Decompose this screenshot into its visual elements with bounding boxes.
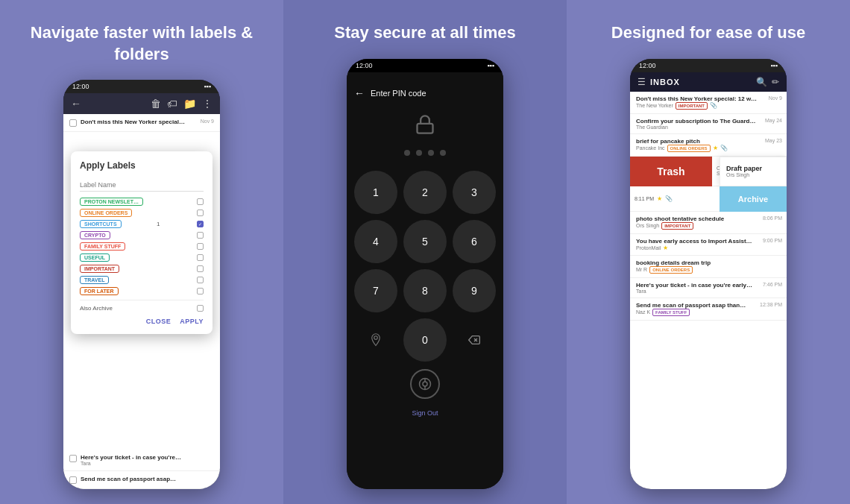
sign-out-label[interactable]: Sign Out xyxy=(412,409,438,417)
email-item-bottom-1[interactable]: Here's your ticket - in case you're… Tar… xyxy=(63,450,220,471)
inbox-from-5: ProtonMail ★ xyxy=(636,245,781,251)
edit-icon[interactable]: ✏ xyxy=(772,77,779,87)
label-checkbox[interactable] xyxy=(197,277,204,283)
delete-icon[interactable]: 🗑 xyxy=(151,98,161,110)
panel-2-title: Stay secure at all times xyxy=(334,22,515,44)
status-icons-2: ▪▪▪ xyxy=(487,62,494,69)
pin-key-7[interactable]: 7 xyxy=(354,269,397,312)
swipe-archive-content: 8:11 PM ★ 📎 xyxy=(630,186,720,212)
label-checkbox[interactable] xyxy=(197,243,204,250)
label-checkbox[interactable] xyxy=(197,210,204,216)
label-name-input[interactable] xyxy=(80,179,204,192)
inbox-email-3[interactable]: brief for pancake pitch May 23 Pancake I… xyxy=(630,134,787,157)
email-list-1: Don't miss this New Yorker special… Nov … xyxy=(63,114,220,489)
star-icon-3: ★ xyxy=(663,245,668,251)
pin-key-4[interactable]: 4 xyxy=(354,220,397,263)
inbox-date-3: May 23 xyxy=(765,138,782,143)
also-archive-checkbox[interactable] xyxy=(197,305,204,312)
more-icon[interactable]: ⋮ xyxy=(202,98,212,110)
panel-navigate: Navigate faster with labels & folders 12… xyxy=(0,0,283,504)
status-icons-3: ▪▪▪ xyxy=(770,62,778,69)
inbox-email-2[interactable]: Confirm your subscription to The Guard… … xyxy=(630,114,787,134)
email-content: Here's your ticket - in case you're… Tar… xyxy=(81,454,214,466)
pin-key-3[interactable]: 3 xyxy=(453,171,496,214)
swipe-time: 8:11 PM xyxy=(635,196,654,201)
label-checkbox[interactable] xyxy=(197,288,204,294)
folder-icon[interactable]: 📁 xyxy=(183,98,196,110)
tag-icon[interactable]: 🏷 xyxy=(167,98,177,110)
inbox-email-8[interactable]: Send me scan of passport asap than… 12:3… xyxy=(630,298,787,321)
email-checkbox[interactable] xyxy=(69,119,77,127)
search-icon[interactable]: 🔍 xyxy=(756,77,767,87)
inbox-email-7[interactable]: Here's your ticket - in case you're earl… xyxy=(630,278,787,298)
pin-key-0[interactable]: 0 xyxy=(403,318,447,362)
inbox-email-6[interactable]: booking details dream trip Mr R ONLINE O… xyxy=(630,256,787,278)
label-checkbox[interactable] xyxy=(197,232,204,239)
dialog-title: Apply Labels xyxy=(80,160,204,171)
email-item[interactable]: Don't miss this New Yorker special… Nov … xyxy=(63,114,220,132)
apply-button[interactable]: APPLY xyxy=(180,318,204,325)
back-icon[interactable]: ← xyxy=(71,98,81,110)
label-tag: FAMILY STUFF xyxy=(80,242,125,251)
badge-important-1: IMPORTANT xyxy=(676,102,708,110)
pin-title: Enter PIN code xyxy=(371,89,426,98)
status-time-1: 12:00 xyxy=(72,83,89,90)
star-icon-2: ★ xyxy=(657,195,662,202)
email-item-bottom-2[interactable]: Send me scan of passport asap… xyxy=(63,471,220,489)
inbox-email-5[interactable]: You have early access to Import Assist… … xyxy=(630,234,787,256)
archive-swipe-action[interactable]: Archive xyxy=(720,186,787,212)
label-tag: CRYPTO xyxy=(80,231,110,239)
badge-online-orders-1: ONLINE ORDERS xyxy=(667,145,711,152)
pin-back-icon[interactable]: ← xyxy=(354,87,365,99)
inbox-title: INBOX xyxy=(650,78,752,86)
pin-delete-button[interactable] xyxy=(453,318,496,362)
also-archive-row: Also Archive xyxy=(80,300,204,312)
swipe-row-trash: Trash Ors Singh Draft paper Ors Singh xyxy=(630,157,787,186)
also-archive-label: Also Archive xyxy=(80,305,113,312)
trash-swipe-action[interactable]: Trash xyxy=(630,157,712,186)
email-from: Tara xyxy=(81,461,214,466)
label-row-9: FOR LATER xyxy=(80,287,204,295)
inbox-from-8: Naz K FAMILY STUFF xyxy=(636,309,781,316)
inbox-email-1[interactable]: Don't miss this New Yorker special: 12 w… xyxy=(630,92,787,114)
status-bar-2: 12:00 ▪▪▪ xyxy=(347,59,503,72)
label-count: 1 xyxy=(157,221,160,227)
pin-key-1[interactable]: 1 xyxy=(354,171,397,214)
draft-swipe-action[interactable]: Draft paper Ors Singh xyxy=(720,157,787,186)
bottom-emails: Here's your ticket - in case you're… Tar… xyxy=(63,450,220,489)
draft-from: Ors Singh xyxy=(726,172,749,177)
sign-out-icon-circle[interactable] xyxy=(410,369,440,399)
badge-online-orders-2: ONLINE ORDERS xyxy=(649,266,693,274)
badge-important-2: IMPORTANT xyxy=(661,222,693,230)
attachment-icon-2: 📎 xyxy=(720,145,728,151)
status-time-2: 12:00 xyxy=(356,62,373,69)
label-checkbox[interactable] xyxy=(197,265,204,272)
inbox-date-7: 7:46 PM xyxy=(763,282,782,287)
pin-fingerprint-button[interactable] xyxy=(354,318,397,362)
label-tag: SHORTCUTS xyxy=(80,220,122,228)
inbox-subject-5: You have early access to Import Assist… xyxy=(636,238,781,245)
panel-1-title: Navigate faster with labels & folders xyxy=(15,22,268,65)
pin-key-9[interactable]: 9 xyxy=(453,269,496,312)
inbox-toolbar: ☰ INBOX 🔍 ✏ xyxy=(630,72,787,92)
inbox-email-4[interactable]: photo shoot tentative schedule 8:06 PM O… xyxy=(630,212,787,234)
pin-key-8[interactable]: 8 xyxy=(403,269,447,312)
phone-toolbar-1: ← 🗑 🏷 📁 ⋮ xyxy=(63,93,220,114)
email-checkbox[interactable] xyxy=(69,455,77,462)
label-checkbox[interactable] xyxy=(197,254,204,261)
email-checkbox[interactable] xyxy=(69,476,77,484)
menu-icon[interactable]: ☰ xyxy=(638,77,646,87)
pin-key-2[interactable]: 2 xyxy=(403,171,447,214)
label-tag: TRAVEL xyxy=(80,276,109,284)
pin-key-6[interactable]: 6 xyxy=(453,220,496,263)
email-subject: Don't miss this New Yorker special… xyxy=(81,119,197,125)
label-row-2: ONLINE ORDERS xyxy=(80,209,204,217)
inbox-subject-2: Confirm your subscription to The Guard… xyxy=(636,118,781,125)
close-button[interactable]: CLOSE xyxy=(146,318,171,325)
svg-point-1 xyxy=(374,336,378,339)
label-checkbox[interactable] xyxy=(197,198,204,205)
label-checkbox-checked[interactable]: ✓ xyxy=(197,221,204,227)
phone-3: 12:00 ▪▪▪ ☰ INBOX 🔍 ✏ Don't miss this Ne… xyxy=(630,59,787,489)
pin-key-5[interactable]: 5 xyxy=(403,220,447,263)
label-tag: USEFUL xyxy=(80,253,110,262)
